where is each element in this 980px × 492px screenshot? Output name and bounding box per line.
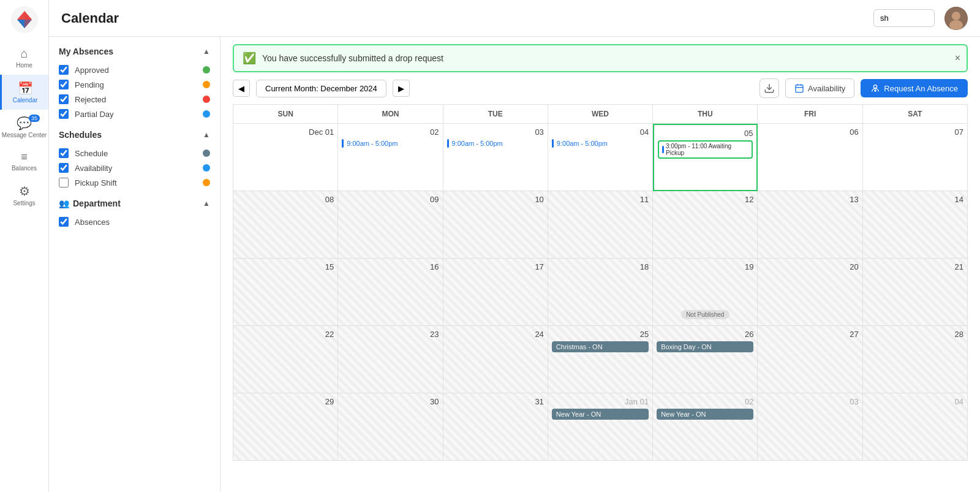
department-chevron: ▲ [203,199,210,208]
sidebar-item-balances[interactable]: ≡ Balances [0,145,48,178]
cal-cell-jan02: 02 New Year - ON [653,393,758,461]
day-header-tue: TUE [443,105,548,124]
cal-cell-dec13: 13 [758,191,862,259]
cal-date-dec14: 14 [867,195,963,204]
schedule-dot [203,149,210,157]
partial-label: Partial Day [75,110,114,119]
success-banner: ✅ You have successfully submitted a drop… [233,44,968,72]
pending-label: Pending [75,80,104,89]
sidebar-item-calendar-label: Calendar [13,97,38,104]
cal-date-dec18: 18 [552,262,649,271]
filter-rejected: Rejected [59,92,210,107]
left-panel: My Absences ▲ Approved Pending Rejected [49,37,221,492]
request-btn-label: Request An Absence [884,84,958,93]
sidebar-item-messages[interactable]: 35 💬 Message Center [0,110,48,145]
cal-date-dec31: 31 [447,397,544,406]
cal-date-dec26: 26 [657,330,753,339]
cal-cell-dec14: 14 [863,191,968,259]
cal-date-dec11: 11 [552,195,649,204]
cal-cell-dec15: 15 [233,259,338,326]
department-section-header[interactable]: 👥 Department ▲ [59,199,210,208]
sidebar-item-balances-label: Balances [12,165,37,172]
awaiting-pickup-dec05[interactable]: 3:00pm - 11:00 Awaiting Pickup [658,140,753,159]
day-header-thu: THU [653,105,758,124]
cal-cell-dec19: 19 Not Published [653,259,758,326]
filter-availability: Availability [59,161,210,175]
cal-date-jan01: Jan 01 [552,397,649,406]
cal-cell-dec05: 05 3:00pm - 11:00 Awaiting Pickup [653,124,758,191]
cal-cell-dec30: 30 [338,393,443,461]
availability-button[interactable]: Availability [785,78,854,98]
rejected-checkbox[interactable] [59,94,69,104]
sidebar: ⌂ Home 📅 Calendar 35 💬 Message Center ≡ … [0,0,49,492]
cal-date-dec09: 09 [342,195,439,204]
pickup-checkbox[interactable] [59,178,69,187]
cal-date-dec10: 10 [447,195,544,204]
cal-date-dec13: 13 [761,195,858,204]
prev-month-button[interactable]: ◀ [233,80,250,97]
next-month-button[interactable]: ▶ [393,80,410,97]
department-icon: 👥 [59,199,69,208]
cal-cell-dec01: Dec 01 [233,124,338,191]
shift-dec04: 9:00am - 5:00pm [552,139,649,148]
cal-cell-dec16: 16 [338,259,443,326]
cal-cell-dec29: 29 [233,393,338,461]
cal-cell-dec09: 09 [338,191,443,259]
cal-cell-dec24: 24 [443,326,548,393]
schedules-section-header[interactable]: Schedules ▲ [59,130,210,140]
home-icon: ⌂ [20,47,28,61]
pending-dot [203,81,210,88]
not-published-badge-dec19: Not Published [681,310,729,319]
sidebar-item-home[interactable]: ⌂ Home [0,40,48,75]
user-avatar[interactable] [944,7,968,30]
calendar-toolbar: ◀ Current Month: December 2024 ▶ [221,72,980,104]
schedule-checkbox[interactable] [59,148,69,158]
request-absence-button[interactable]: Request An Absence [861,79,968,97]
sidebar-item-messages-label: Message Center [2,132,47,138]
cal-date-dec12: 12 [657,195,753,204]
cal-date-jan02: 02 [657,397,753,406]
holiday-christmas: Christmas - ON [552,341,649,352]
search-select[interactable]: sh [873,9,935,27]
cal-week-4: 22 23 24 25 Christmas - ON 26 Boxing Day [233,326,968,393]
cal-cell-dec31: 31 [443,393,548,461]
app-logo[interactable] [11,6,38,36]
cal-date-dec19: 19 [657,262,753,271]
sidebar-item-calendar[interactable]: 📅 Calendar [0,75,48,110]
cal-week-1: Dec 01 02 9:00am - 5:00pm 03 9:00am - 5:… [233,124,968,191]
sidebar-item-settings[interactable]: ⚙ Settings [0,178,48,213]
cal-cell-dec06: 06 [758,124,862,191]
cal-date-dec24: 24 [447,330,544,339]
pending-checkbox[interactable] [59,80,69,89]
svg-point-9 [874,85,877,88]
cal-cell-dec17: 17 [443,259,548,326]
holiday-boxing: Boxing Day - ON [657,341,753,352]
partial-checkbox[interactable] [59,109,69,119]
holiday-newyear-jan01: New Year - ON [552,409,649,420]
day-header-mon: MON [338,105,443,124]
export-button[interactable] [760,78,779,98]
cal-cell-dec23: 23 [338,326,443,393]
schedules-title: Schedules [59,130,102,140]
my-absences-section-header[interactable]: My Absences ▲ [59,47,210,56]
cal-date-dec28: 28 [867,330,963,339]
cal-cell-dec02: 02 9:00am - 5:00pm [338,124,443,191]
availability-checkbox[interactable] [59,163,69,173]
availability-btn-label: Availability [808,84,845,93]
banner-close-button[interactable]: × [955,53,960,64]
page-title: Calendar [61,10,864,26]
filter-partial: Partial Day [59,107,210,121]
approved-checkbox[interactable] [59,65,69,75]
calendar-icon: 📅 [18,81,33,96]
pickup-label: Pickup Shift [75,178,117,187]
dept-absences-checkbox[interactable] [59,217,69,227]
cal-week-5: 29 30 31 Jan 01 New Year - ON 02 New Yea [233,393,968,461]
cal-date-dec17: 17 [447,262,544,271]
cal-date-jan03: 03 [761,397,858,406]
filter-pickup: Pickup Shift [59,175,210,190]
day-header-fri: FRI [758,105,862,124]
cal-cell-dec08: 08 [233,191,338,259]
sidebar-item-home-label: Home [16,62,32,69]
success-icon: ✅ [243,51,256,65]
success-message: You have successfully submitted a drop r… [262,53,958,63]
